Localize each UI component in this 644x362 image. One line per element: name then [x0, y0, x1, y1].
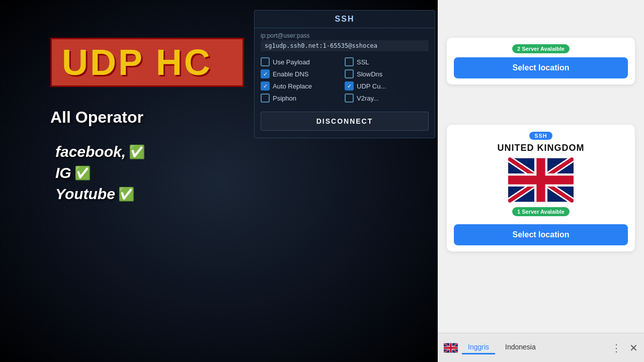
ssh-value[interactable]: sg1udp.ssh0.net:1-65535@sshocea	[261, 40, 429, 51]
close-icon[interactable]: ✕	[629, 342, 638, 354]
social-list: facebook, ✅ IG ✅ Youtube ✅	[55, 143, 145, 207]
uk-card: SSH UNITED KINGDOM 1 Server	[447, 125, 635, 251]
option-label-use-payload: Use Payload	[273, 58, 310, 66]
logo-box: UDP HC	[50, 38, 244, 87]
list-item: facebook, ✅	[55, 143, 145, 160]
server-card-1: 2 Server Avalaible Select location	[443, 30, 639, 88]
server-count-badge-2: 1 Server Avalaible	[512, 207, 570, 216]
more-options-icon[interactable]: ⋮	[611, 342, 621, 354]
checkbox-use-payload[interactable]	[261, 57, 270, 66]
option-label-v2ray: V2ray...	[357, 95, 379, 102]
ssh-title: SSH	[255, 11, 435, 28]
option-ssl[interactable]: SSL	[345, 57, 429, 66]
language-tab-english[interactable]: Inggris	[462, 341, 495, 354]
option-enable-dns[interactable]: Enable DNS	[261, 69, 345, 78]
option-label-slowdns: SlowDns	[357, 70, 382, 78]
checkbox-udp-custom[interactable]	[345, 81, 354, 90]
option-label-enable-dns: Enable DNS	[273, 70, 309, 78]
server-card-2: SSH UNITED KINGDOM 1 Server	[443, 121, 639, 255]
checkbox-ssl[interactable]	[345, 57, 354, 66]
option-label-auto-replace: Auto Replace	[273, 82, 312, 90]
server-card-1-inner: 2 Server Avalaible Select location	[447, 38, 635, 84]
ssh-format-label: ip:port@user:pass	[261, 32, 429, 39]
uk-flag	[508, 157, 574, 203]
option-label-psiphon: Psiphon	[273, 95, 296, 102]
option-label-udp-custom: UDP Cu...	[357, 82, 386, 90]
check-icon-ig: ✅	[74, 165, 91, 181]
ssh-panel: SSH ip:port@user:pass sg1udp.ssh0.net:1-…	[254, 10, 435, 138]
svg-rect-8	[508, 175, 574, 184]
app-logo: UDP HC	[62, 44, 232, 80]
checkbox-v2ray[interactable]	[345, 94, 354, 103]
country-name: UNITED KINGDOM	[454, 143, 628, 153]
option-auto-replace[interactable]: Auto Replace	[261, 81, 345, 90]
social-youtube: Youtube	[55, 186, 115, 203]
checkbox-slowdns[interactable]	[345, 69, 354, 78]
bottom-bar: Inggris Indonesia ⋮ ✕	[438, 333, 644, 362]
checkbox-auto-replace[interactable]	[261, 81, 270, 90]
all-operator-label: All Operator	[50, 108, 143, 127]
options-grid: Use Payload SSL Enable DNS SlowDns Auto …	[255, 53, 435, 107]
server-count-badge-1: 2 Server Avalaible	[512, 44, 570, 53]
language-tab-indonesian[interactable]: Indonesia	[499, 341, 542, 354]
option-label-ssl: SSL	[357, 58, 369, 66]
check-icon-facebook: ✅	[129, 144, 145, 160]
option-v2ray[interactable]: V2ray...	[345, 94, 429, 103]
option-udp-custom[interactable]: UDP Cu...	[345, 81, 429, 90]
checkbox-enable-dns[interactable]	[261, 69, 270, 78]
ssh-badge: SSH	[529, 132, 552, 140]
svg-rect-17	[444, 347, 458, 349]
select-location-button-1[interactable]: Select location	[454, 57, 628, 78]
social-ig: IG	[55, 164, 71, 182]
option-slowdns[interactable]: SlowDns	[345, 69, 429, 78]
option-psiphon[interactable]: Psiphon	[261, 94, 345, 103]
select-location-button-2[interactable]: Select location	[454, 224, 628, 245]
list-item: IG ✅	[55, 164, 145, 182]
list-item: Youtube ✅	[55, 186, 145, 203]
disconnect-button[interactable]: DISCONNECT	[261, 112, 429, 131]
language-flag-icon	[444, 343, 458, 353]
check-icon-youtube: ✅	[118, 187, 134, 202]
checkbox-psiphon[interactable]	[261, 94, 270, 103]
social-facebook: facebook,	[55, 143, 126, 160]
option-use-payload[interactable]: Use Payload	[261, 57, 345, 66]
ssh-input-format-row: ip:port@user:pass sg1udp.ssh0.net:1-6553…	[255, 28, 435, 53]
